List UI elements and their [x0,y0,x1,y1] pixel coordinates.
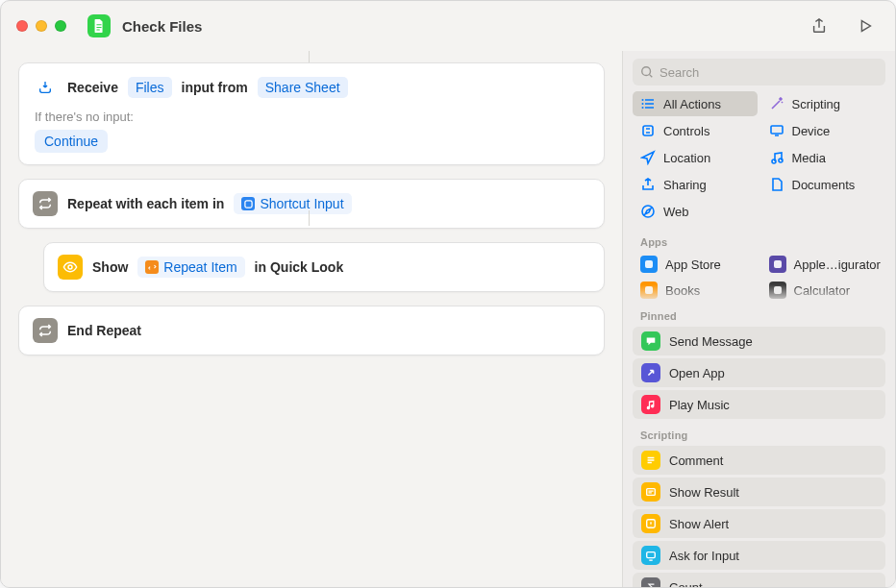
category-sharing[interactable]: Sharing [633,172,758,197]
show-label: Show [92,259,128,275]
music-icon [769,150,784,165]
share-icon [640,177,656,192]
slider-icon [640,123,656,138]
pinned-item[interactable]: Send Message [633,327,885,355]
apps-header: Apps [623,230,895,251]
app-item[interactable]: App Store [633,253,758,276]
workflow-canvas[interactable]: Receive Files input from Share Sheet If … [1,51,622,587]
close-window-button[interactable] [16,20,28,32]
search-input[interactable] [660,65,878,80]
app-item[interactable]: Books [633,279,758,302]
scripting-item[interactable]: Ask for Input [633,541,885,570]
repeat-label: Repeat with each item in [67,196,224,211]
receive-files-token[interactable]: Files [128,77,172,98]
app-item[interactable]: Apple…igurator [761,253,886,276]
app-item[interactable]: Calculator [761,279,886,302]
no-input-continue-button[interactable]: Continue [35,130,108,153]
receive-label: Receive [67,80,118,95]
category-label: Location [663,151,710,165]
svg-point-9 [642,103,644,105]
repeat-variable[interactable]: Shortcut Input [234,193,351,214]
category-device[interactable]: Device [761,118,886,143]
category-scripting[interactable]: Scripting [761,91,886,116]
list-icon [640,96,656,111]
svg-rect-3 [245,200,252,207]
minimize-window-button[interactable] [36,20,47,32]
category-label: All Actions [663,97,721,111]
scripting-item[interactable]: Count [633,573,885,587]
variable-badge-icon [241,197,255,210]
scripting-item[interactable]: Comment [633,446,885,475]
music-icon [641,395,660,414]
scripting-item[interactable]: Show Alert [633,509,885,538]
share-button[interactable] [805,12,834,39]
category-label: Documents [792,178,856,192]
search-icon [640,65,654,79]
ask-icon [641,546,660,565]
titlebar: Check Files [1,1,895,51]
receive-source-token[interactable]: Share Sheet [258,77,348,98]
quick-look-icon [58,255,83,280]
category-location[interactable]: Location [633,145,758,170]
category-label: Sharing [663,178,707,192]
content-area: Receive Files input from Share Sheet If … [1,51,895,587]
show-in-label: in Quick Look [255,259,344,275]
app-label: Books [665,283,700,298]
svg-rect-17 [774,260,782,268]
zoom-window-button[interactable] [55,20,66,32]
svg-point-4 [68,265,72,269]
item-label: Comment [669,453,723,468]
category-media[interactable]: Media [761,145,886,170]
connector-line [309,51,310,62]
alert-icon [641,514,660,533]
scripting-header: Scripting [623,423,895,444]
item-label: Open App [669,366,725,380]
item-label: Play Music [669,398,730,412]
item-label: Ask for Input [669,549,739,563]
item-label: Show Result [669,485,739,500]
action-receive-input[interactable]: Receive Files input from Share Sheet If … [18,62,605,165]
pinned-header: Pinned [623,304,895,325]
app-label: Apple…igurator [794,257,881,272]
svg-point-7 [642,67,651,76]
svg-rect-20 [647,489,656,496]
message-icon [641,331,660,351]
sidebar-scroll[interactable]: All ActionsScriptingControlsDeviceLocati… [623,91,895,587]
pinned-item[interactable]: Open App [633,358,885,387]
category-all-actions[interactable]: All Actions [633,91,758,116]
scripting-list: CommentShow ResultShow AlertAsk for Inpu… [623,444,895,587]
item-label: Send Message [669,334,753,349]
category-label: Device [792,124,831,138]
scripting-item[interactable]: Show Result [633,478,885,506]
repeat-icon [33,318,58,343]
run-button[interactable] [851,12,880,39]
window-controls [16,20,66,32]
pinned-item[interactable]: Play Music [633,390,885,419]
category-documents[interactable]: Documents [761,172,886,197]
app-icon [640,282,658,299]
category-label: Web [663,205,689,219]
svg-rect-1 [96,27,101,28]
variable-badge-icon [145,260,159,274]
no-input-label: If there's no input: [35,110,590,124]
search-box[interactable] [633,59,885,86]
action-repeat[interactable]: Repeat with each item in Shortcut Input [18,179,605,229]
toolbar-right [805,12,880,39]
action-end-repeat[interactable]: End Repeat [18,306,605,355]
app-label: App Store [665,257,721,272]
category-label: Scripting [792,97,841,111]
category-controls[interactable]: Controls [633,118,758,143]
category-web[interactable]: Web [633,199,758,224]
action-quick-look[interactable]: Show Repeat Item in Quick Look [43,242,605,292]
show-variable[interactable]: Repeat Item [137,257,244,278]
svg-rect-18 [645,286,653,294]
repeat-icon [33,191,58,216]
item-label: Show Alert [669,517,729,531]
svg-point-13 [772,159,776,163]
svg-rect-16 [645,260,653,268]
device-icon [769,123,784,138]
svg-rect-11 [643,126,653,135]
category-grid: All ActionsScriptingControlsDeviceLocati… [623,91,895,230]
receive-icon [33,75,58,100]
svg-rect-22 [647,552,656,558]
